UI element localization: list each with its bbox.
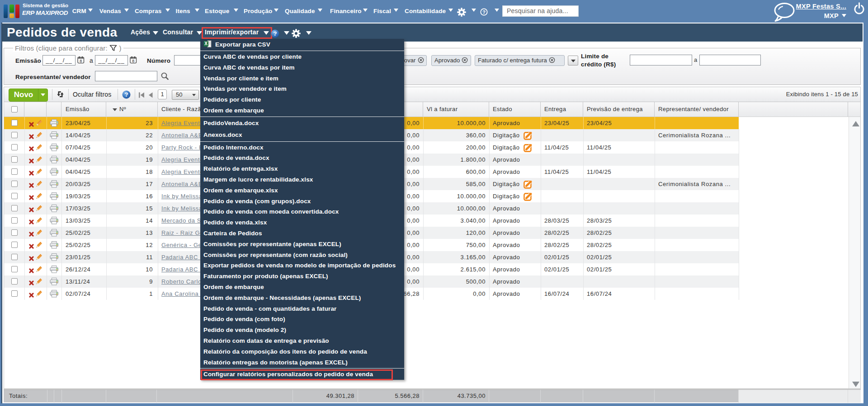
svg-text:8: 8 xyxy=(80,59,82,63)
svg-text:?: ? xyxy=(273,30,277,37)
svg-text:?: ? xyxy=(482,9,486,15)
svg-text:?: ? xyxy=(125,91,128,98)
svg-text:X: X xyxy=(204,41,208,46)
svg-text:8: 8 xyxy=(132,59,134,63)
